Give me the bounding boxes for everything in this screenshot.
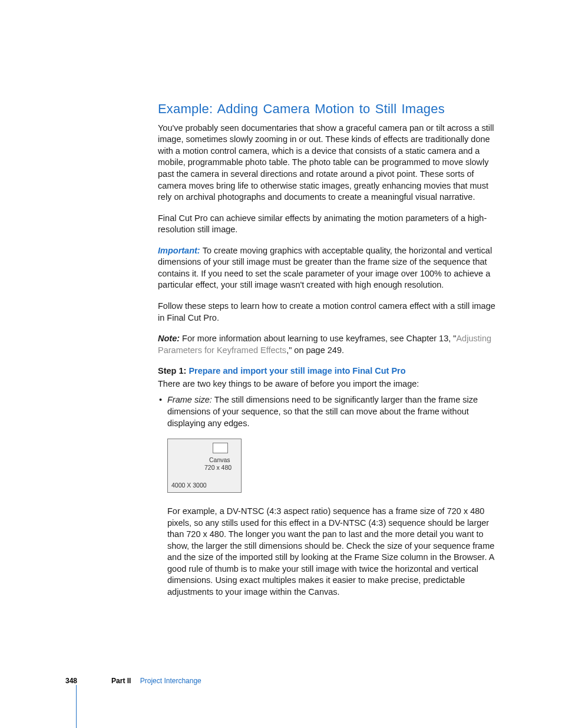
body-paragraph: Final Cut Pro can achieve similar effect… [158, 213, 497, 236]
bullet-term: Frame size: [167, 395, 214, 404]
note-text-b: ," on page 249. [286, 345, 344, 355]
still-dimensions: 4000 X 3000 [171, 481, 207, 489]
footer-part: Part II Project Interchange [111, 676, 201, 686]
note-label: Note: [158, 334, 182, 343]
part-label: Part II [111, 677, 131, 685]
important-label: Important: [158, 246, 203, 255]
step-number-label: Step 1: [158, 366, 189, 375]
step-title: Prepare and import your still image into… [189, 366, 405, 375]
page-footer: 348 Part II Project Interchange [65, 676, 497, 686]
canvas-box-icon [213, 443, 228, 453]
important-text: To create moving graphics with acceptabl… [158, 246, 492, 290]
body-paragraph: Follow these steps to learn how to creat… [158, 301, 497, 324]
note-text-a: For more information about learning to u… [182, 334, 456, 343]
page-number: 348 [65, 676, 77, 686]
body-paragraph: For example, a DV-NTSC (4:3 aspect ratio… [158, 506, 497, 598]
part-title: Project Interchange [140, 677, 201, 685]
frame-size-diagram: Canvas 720 x 480 4000 X 3000 [167, 439, 242, 493]
body-paragraph: There are two key things to be aware of … [158, 378, 497, 390]
body-paragraph: You've probably seen documentaries that … [158, 123, 497, 203]
bullet-item: Frame size: The still dimensions need to… [158, 394, 497, 429]
important-paragraph: Important: To create moving graphics wit… [158, 245, 497, 291]
note-paragraph: Note: For more information about learnin… [158, 333, 497, 356]
margin-rule [76, 685, 77, 728]
bullet-text: The still dimensions need to be signific… [167, 395, 478, 427]
document-page: Example: Adding Camera Motion to Still I… [0, 0, 562, 728]
canvas-dimensions: 720 x 480 [204, 463, 232, 472]
step-heading: Step 1: Prepare and import your still im… [158, 365, 497, 377]
section-heading: Example: Adding Camera Motion to Still I… [158, 100, 497, 118]
